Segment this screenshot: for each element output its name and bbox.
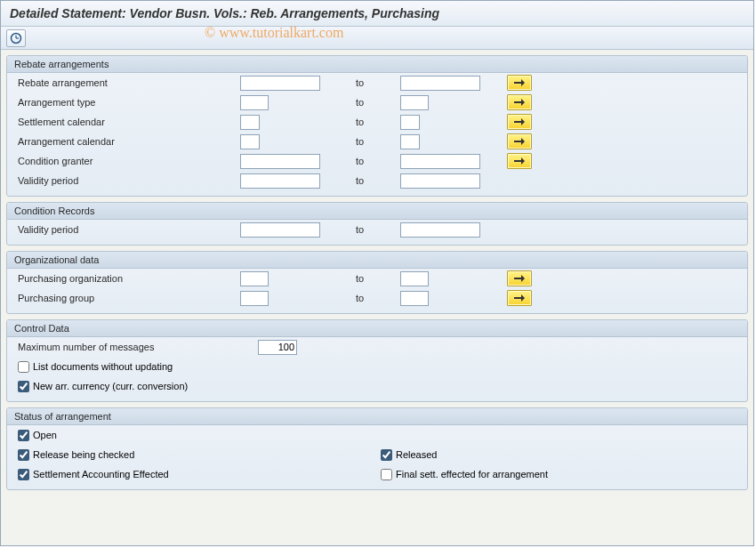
validity-period-cond-from-input[interactable]: [240, 222, 320, 238]
to-label: to: [338, 77, 400, 88]
arrangement-calendar-multiselect-button[interactable]: [507, 133, 532, 149]
label-new-arr-currency: New arr. currency (curr. conversion): [33, 381, 188, 391]
max-messages-input[interactable]: [258, 340, 297, 355]
settlement-calendar-from-input[interactable]: [240, 115, 260, 130]
purch-org-multiselect-button[interactable]: [507, 270, 532, 286]
settlement-effected-checkbox-input[interactable]: [18, 469, 29, 480]
rebate-arrangement-to-input[interactable]: [400, 76, 480, 91]
group-title-condition-records: Condition Records: [7, 203, 747, 220]
label-arrangement-type: Arrangement type: [18, 97, 240, 108]
purch-org-from-input[interactable]: [240, 271, 269, 286]
checkbox-list-documents[interactable]: List documents without updating: [18, 361, 173, 373]
rebate-arrangement-multiselect-button[interactable]: [507, 75, 532, 91]
group-rebate-arrangements: Rebate arrangements Rebate arrangement t…: [6, 55, 748, 197]
settlement-calendar-to-input[interactable]: [400, 115, 420, 130]
purch-group-multiselect-button[interactable]: [507, 290, 532, 306]
condition-granter-multiselect-button[interactable]: [507, 153, 532, 169]
group-status-arrangement: Status of arrangement Open Release being…: [6, 407, 748, 490]
checkbox-release-checked[interactable]: Release being checked: [18, 449, 134, 461]
purch-org-to-input[interactable]: [400, 271, 429, 286]
validity-period-rebate-to-input[interactable]: [400, 173, 480, 189]
checkbox-new-arr-currency[interactable]: New arr. currency (curr. conversion): [18, 381, 188, 392]
arrow-right-icon: [513, 78, 526, 87]
to-label: to: [338, 97, 400, 108]
page-title: Detailed Statement: Vendor Busn. Vols.: …: [1, 1, 753, 27]
label-validity-period-cond: Validity period: [18, 224, 240, 235]
group-condition-records: Condition Records Validity period to: [6, 202, 748, 246]
label-arrangement-calendar: Arrangement calendar: [18, 136, 240, 147]
to-label: to: [338, 156, 400, 166]
purch-group-from-input[interactable]: [240, 291, 269, 306]
label-final-settlement: Final sett. effected for arrangement: [396, 469, 548, 480]
label-released: Released: [396, 449, 437, 460]
label-max-messages: Maximum number of messages: [18, 342, 258, 352]
condition-granter-from-input[interactable]: [240, 154, 320, 169]
checkbox-settlement-effected[interactable]: Settlement Accounting Effected: [18, 469, 169, 480]
arrow-right-icon: [513, 137, 526, 146]
condition-granter-to-input[interactable]: [400, 154, 480, 169]
released-checkbox-input[interactable]: [381, 449, 392, 461]
arrow-right-icon: [513, 117, 526, 126]
group-title-rebate: Rebate arrangements: [7, 56, 747, 73]
label-open: Open: [33, 430, 57, 440]
label-release-checked: Release being checked: [33, 449, 134, 460]
execute-icon: [10, 32, 22, 44]
to-label: to: [338, 293, 400, 303]
arrow-right-icon: [513, 98, 526, 107]
arrangement-type-from-input[interactable]: [240, 95, 269, 110]
group-title-status: Status of arrangement: [7, 408, 747, 425]
arrangement-calendar-to-input[interactable]: [400, 134, 420, 149]
new-arr-currency-checkbox-input[interactable]: [18, 381, 29, 392]
arrangement-type-multiselect-button[interactable]: [507, 94, 532, 110]
toolbar: [1, 27, 753, 50]
validity-period-rebate-from-input[interactable]: [240, 173, 320, 189]
rebate-arrangement-from-input[interactable]: [240, 76, 320, 91]
purch-group-to-input[interactable]: [400, 291, 429, 306]
label-settlement-calendar: Settlement calendar: [18, 117, 240, 127]
checkbox-open[interactable]: Open: [18, 430, 57, 441]
label-list-documents: List documents without updating: [33, 361, 173, 372]
arrow-right-icon: [513, 274, 526, 283]
open-checkbox-input[interactable]: [18, 430, 29, 441]
group-organizational-data: Organizational data Purchasing organizat…: [6, 251, 748, 314]
to-label: to: [338, 273, 400, 284]
group-control-data: Control Data Maximum number of messages …: [6, 319, 748, 402]
release-checked-checkbox-input[interactable]: [18, 449, 29, 461]
checkbox-final-settlement[interactable]: Final sett. effected for arrangement: [381, 469, 548, 480]
list-documents-checkbox-input[interactable]: [18, 361, 29, 373]
group-title-org: Organizational data: [7, 252, 747, 269]
label-validity-period-rebate: Validity period: [18, 175, 240, 186]
arrow-right-icon: [513, 157, 526, 165]
label-rebate-arrangement: Rebate arrangement: [18, 77, 240, 88]
arrow-right-icon: [513, 294, 526, 302]
group-title-control: Control Data: [7, 320, 747, 337]
checkbox-released[interactable]: Released: [381, 449, 437, 461]
to-label: to: [338, 117, 400, 127]
validity-period-cond-to-input[interactable]: [400, 222, 480, 238]
to-label: to: [338, 175, 400, 186]
label-purchasing-organization: Purchasing organization: [18, 273, 240, 284]
arrangement-type-to-input[interactable]: [400, 95, 429, 110]
label-condition-granter: Condition granter: [18, 156, 240, 166]
settlement-calendar-multiselect-button[interactable]: [507, 114, 532, 130]
execute-button[interactable]: [6, 29, 26, 47]
to-label: to: [338, 136, 400, 147]
to-label: to: [338, 224, 400, 235]
label-purchasing-group: Purchasing group: [18, 293, 240, 303]
label-settlement-effected: Settlement Accounting Effected: [33, 469, 169, 480]
final-settlement-checkbox-input[interactable]: [381, 469, 392, 480]
arrangement-calendar-from-input[interactable]: [240, 134, 260, 149]
